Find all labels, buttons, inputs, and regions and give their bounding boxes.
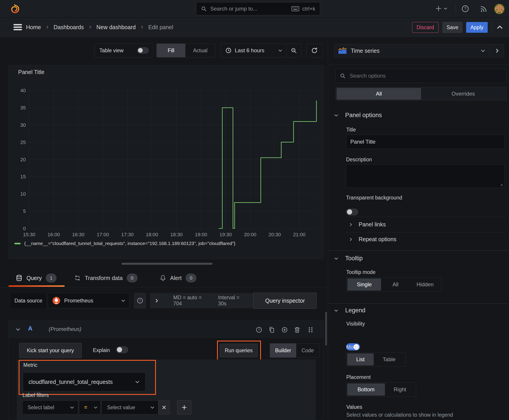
legend-mode-table[interactable]: Table [374, 353, 405, 366]
builder-option[interactable]: Builder [270, 344, 296, 357]
add-menu-button[interactable] [435, 5, 448, 12]
tab-overrides[interactable]: Overrides [421, 91, 505, 97]
resize-corner-icon[interactable] [499, 183, 503, 186]
tab-alert[interactable]: Alert 0 [160, 273, 196, 283]
panel-title-input[interactable] [346, 135, 504, 149]
table-view-toggle[interactable] [137, 47, 149, 54]
tab-transform-label: Transform data [85, 275, 123, 281]
visualization-picker[interactable]: Time series [334, 44, 489, 57]
panel-preview: Panel Title 051015202530354015:3016:0016… [8, 65, 324, 259]
builder-code-switch: Builder Code [270, 343, 319, 358]
zoom-out-button[interactable] [286, 47, 301, 54]
close-icon [162, 405, 166, 410]
actual-option[interactable]: Actual [185, 48, 215, 54]
data-source-picker[interactable]: Prometheus [48, 293, 130, 308]
database-icon [16, 275, 23, 281]
tooltip-mode-single[interactable]: Single [347, 278, 381, 291]
search-shortcut: ctrl+k [302, 6, 315, 12]
help-icon[interactable]: ? [461, 5, 469, 13]
drag-handle-icon[interactable] [308, 327, 313, 333]
legend-placement-right[interactable]: Right [385, 383, 415, 396]
resize-drag-handle[interactable] [122, 263, 213, 265]
svg-text:16:30: 16:30 [72, 232, 84, 237]
viz-name: Time series [351, 48, 380, 54]
transparent-background-label: Transparent background [346, 195, 402, 201]
options-search-box[interactable] [335, 69, 507, 83]
save-button[interactable]: Save [443, 22, 462, 33]
breadcrumb-new-dashboard[interactable]: New dashboard [97, 24, 136, 30]
collapse-pane-icon[interactable] [496, 24, 503, 31]
chevron-down-icon [94, 405, 98, 409]
time-range-picker[interactable]: Last 6 hours [221, 47, 286, 54]
news-rss-icon[interactable] [480, 5, 487, 13]
query-datasource-hint: (Prometheus) [49, 326, 81, 332]
chart-legend-item[interactable]: {__name__="cloudflared_tunnel_total_requ… [14, 241, 236, 246]
duplicate-query-icon[interactable] [268, 326, 275, 333]
remove-filter-button[interactable] [159, 400, 170, 414]
chevron-down-icon [480, 48, 486, 53]
panel-description-textarea[interactable] [346, 165, 504, 188]
add-filter-button[interactable] [177, 400, 191, 414]
time-controls: Last 6 hours [220, 44, 301, 57]
breadcrumb-dashboards[interactable]: Dashboards [54, 24, 84, 30]
global-search-box[interactable]: ctrl+k [196, 2, 320, 15]
chevron-down-icon [150, 405, 155, 410]
tooltip-mode-all[interactable]: All [381, 278, 410, 291]
panel-links-label: Panel links [359, 221, 386, 228]
breadcrumb-home[interactable]: Home [26, 24, 41, 30]
chevron-down-icon[interactable] [15, 327, 20, 332]
repeat-options-section[interactable]: Repeat options [349, 236, 396, 242]
scrollbar-thumb[interactable] [325, 312, 327, 345]
divider [346, 217, 505, 217]
tab-transform-data[interactable]: Transform data 0 [74, 273, 137, 283]
discard-button[interactable]: Discard [412, 22, 439, 33]
search-input[interactable] [210, 5, 289, 12]
remove-query-trash-icon[interactable] [294, 326, 300, 333]
explain-toggle[interactable] [116, 346, 128, 353]
query-options-summary[interactable]: MD = auto = 704 Interval = 30s [150, 293, 253, 308]
collapse-options-pane-button[interactable] [490, 44, 504, 57]
panel-options-header[interactable]: Panel options [334, 112, 382, 119]
bell-icon [160, 275, 166, 281]
svg-text:20:00: 20:00 [244, 232, 256, 237]
select-value-dropdown[interactable]: Select value [101, 400, 159, 414]
time-series-chart[interactable]: 051015202530354015:3016:0016:3017:0017:3… [9, 79, 324, 239]
title-label: Title [346, 127, 356, 133]
fill-option[interactable]: Fill [157, 44, 185, 57]
apply-button[interactable]: Apply [466, 22, 488, 33]
query-inspector-button[interactable]: Query inspector [253, 292, 317, 309]
transparent-background-toggle[interactable] [346, 209, 358, 215]
avatar[interactable] [494, 4, 504, 15]
panel-title[interactable]: Panel Title [18, 69, 45, 75]
legend-mode-list[interactable]: List [347, 353, 374, 366]
kick-start-query-button[interactable]: Kick start your query [19, 343, 82, 358]
tab-all[interactable]: All [337, 88, 421, 100]
tooltip-title: Tooltip [345, 255, 363, 262]
query-help-icon[interactable]: ? [256, 326, 262, 333]
tab-query[interactable]: Query 1 [16, 273, 57, 283]
datasource-help-button[interactable]: ? [134, 293, 146, 308]
refresh-button[interactable] [306, 44, 323, 57]
divider [328, 65, 509, 65]
panel-links-section[interactable]: Panel links [349, 221, 386, 228]
description-label: Description [346, 157, 372, 163]
interval-stat: Interval = 30s [218, 295, 249, 307]
query-row-header[interactable]: A (Prometheus) ? [9, 321, 324, 338]
tooltip-header[interactable]: Tooltip [334, 255, 363, 262]
chevron-right-icon [154, 298, 159, 303]
legend-header[interactable]: Legend [334, 307, 365, 314]
code-option[interactable]: Code [296, 347, 319, 354]
hide-response-eye-icon[interactable] [281, 326, 288, 333]
grafana-logo-icon[interactable] [9, 3, 21, 15]
operator-dropdown[interactable]: = [79, 400, 100, 414]
run-queries-button[interactable]: Run queries [220, 344, 258, 357]
select-label-dropdown[interactable]: Select label [23, 400, 78, 414]
options-search-input[interactable] [349, 73, 502, 79]
legend-placement-bottom[interactable]: Bottom [347, 383, 385, 396]
metric-select[interactable]: cloudflared_tunnel_total_requests [23, 372, 145, 391]
tooltip-mode-hidden[interactable]: Hidden [410, 278, 440, 291]
keyboard-icon [291, 6, 299, 11]
help-circle-icon: ? [137, 297, 144, 304]
menu-toggle-icon[interactable] [13, 23, 23, 31]
breadcrumb-bar: Home Dashboards New dashboard Edit panel… [0, 18, 509, 37]
